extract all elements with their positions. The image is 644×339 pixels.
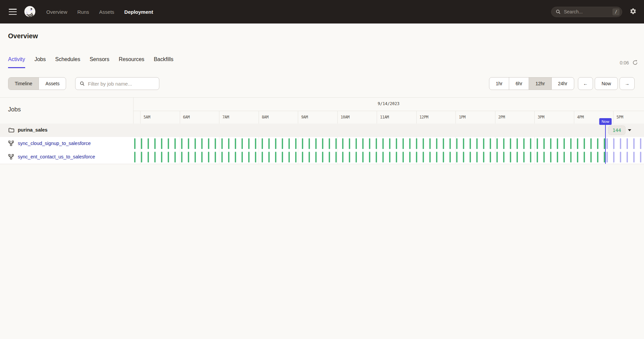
run-tick[interactable]	[309, 138, 310, 149]
run-tick[interactable]	[449, 138, 451, 149]
run-tick[interactable]	[443, 152, 444, 162]
view-mode-assets[interactable]: Assets	[39, 78, 66, 90]
run-tick[interactable]	[295, 138, 297, 149]
run-tick[interactable]	[295, 152, 297, 162]
run-tick[interactable]	[476, 138, 478, 149]
tab-schedules[interactable]: Schedules	[55, 56, 80, 68]
search-input[interactable]: Search... /	[551, 7, 622, 17]
run-tick[interactable]	[396, 138, 397, 149]
run-tick[interactable]	[423, 152, 424, 162]
run-tick[interactable]	[396, 152, 397, 162]
run-tick[interactable]	[463, 152, 464, 162]
run-tick[interactable]	[174, 152, 176, 162]
run-tick[interactable]	[510, 152, 511, 162]
run-tick[interactable]	[436, 152, 437, 162]
run-tick[interactable]	[557, 152, 558, 162]
scheduled-run-tick[interactable]	[606, 152, 608, 162]
run-tick[interactable]	[409, 138, 411, 149]
run-tick[interactable]	[550, 152, 551, 162]
run-tick[interactable]	[456, 138, 458, 149]
run-tick[interactable]	[503, 138, 504, 149]
run-tick[interactable]	[423, 138, 424, 149]
run-tick[interactable]	[141, 152, 142, 162]
run-tick[interactable]	[449, 152, 451, 162]
timeline-prev-button[interactable]: ←	[578, 77, 593, 90]
run-tick[interactable]	[537, 152, 538, 162]
run-tick[interactable]	[577, 138, 578, 149]
run-tick[interactable]	[282, 152, 283, 162]
run-tick[interactable]	[476, 152, 478, 162]
run-tick[interactable]	[161, 138, 162, 149]
run-tick[interactable]	[416, 152, 417, 162]
run-tick[interactable]	[282, 138, 283, 149]
run-tick[interactable]	[496, 152, 498, 162]
scheduled-run-tick[interactable]	[613, 152, 614, 162]
job-filter-input[interactable]: Filter by job name...	[75, 77, 159, 90]
scheduled-run-tick[interactable]	[640, 138, 641, 149]
run-tick[interactable]	[215, 152, 216, 162]
nav-item-runs[interactable]: Runs	[77, 9, 89, 15]
run-tick[interactable]	[570, 152, 572, 162]
run-tick[interactable]	[255, 138, 256, 149]
run-tick[interactable]	[322, 138, 323, 149]
refresh-icon[interactable]	[632, 60, 638, 65]
run-tick[interactable]	[309, 152, 310, 162]
run-tick[interactable]	[329, 152, 330, 162]
timeline-now-button[interactable]: Now	[595, 77, 618, 90]
run-tick[interactable]	[168, 138, 169, 149]
run-tick[interactable]	[577, 152, 578, 162]
job-row-link[interactable]: sync_ent_contact_us_to_salesforce	[18, 154, 95, 159]
run-tick[interactable]	[490, 152, 491, 162]
nav-item-assets[interactable]: Assets	[99, 9, 114, 15]
run-tick[interactable]	[134, 138, 136, 149]
run-tick[interactable]	[362, 152, 364, 162]
run-tick[interactable]	[382, 138, 384, 149]
run-tick[interactable]	[564, 138, 565, 149]
run-tick[interactable]	[402, 152, 404, 162]
settings-gear-icon[interactable]	[630, 8, 637, 16]
run-tick[interactable]	[369, 152, 370, 162]
run-tick[interactable]	[503, 152, 504, 162]
run-tick[interactable]	[342, 152, 343, 162]
run-tick[interactable]	[255, 152, 256, 162]
run-tick[interactable]	[235, 138, 236, 149]
run-tick[interactable]	[315, 152, 317, 162]
scheduled-run-tick[interactable]	[620, 152, 621, 162]
run-tick[interactable]	[262, 138, 263, 149]
run-tick[interactable]	[530, 152, 531, 162]
run-tick[interactable]	[584, 138, 585, 149]
run-tick[interactable]	[429, 138, 431, 149]
run-tick[interactable]	[369, 138, 370, 149]
run-tick[interactable]	[362, 138, 364, 149]
run-tick[interactable]	[597, 138, 598, 149]
run-tick[interactable]	[288, 152, 290, 162]
run-tick[interactable]	[201, 138, 203, 149]
run-tick[interactable]	[523, 152, 525, 162]
run-tick[interactable]	[181, 138, 182, 149]
run-tick[interactable]	[302, 152, 303, 162]
nav-item-deployment[interactable]: Deployment	[124, 9, 153, 15]
tab-activity[interactable]: Activity	[8, 56, 25, 68]
run-tick[interactable]	[356, 152, 357, 162]
run-tick[interactable]	[557, 138, 558, 149]
range-6hr[interactable]: 6hr	[509, 78, 529, 90]
scheduled-run-tick[interactable]	[640, 152, 641, 162]
run-tick[interactable]	[590, 138, 592, 149]
job-row-link[interactable]: sync_cloud_signup_to_salesforce	[18, 141, 91, 146]
run-tick[interactable]	[376, 138, 377, 149]
run-tick[interactable]	[228, 138, 229, 149]
range-1hr[interactable]: 1hr	[489, 78, 509, 90]
run-tick[interactable]	[349, 138, 350, 149]
run-tick[interactable]	[537, 138, 538, 149]
run-tick[interactable]	[148, 138, 149, 149]
run-tick[interactable]	[315, 138, 317, 149]
run-tick[interactable]	[456, 152, 458, 162]
run-tick[interactable]	[597, 152, 598, 162]
run-tick[interactable]	[570, 138, 572, 149]
run-tick[interactable]	[335, 138, 337, 149]
run-tick[interactable]	[490, 138, 491, 149]
chevron-down-icon[interactable]	[628, 129, 631, 131]
run-tick[interactable]	[275, 152, 276, 162]
run-tick[interactable]	[154, 138, 156, 149]
run-tick[interactable]	[496, 138, 498, 149]
